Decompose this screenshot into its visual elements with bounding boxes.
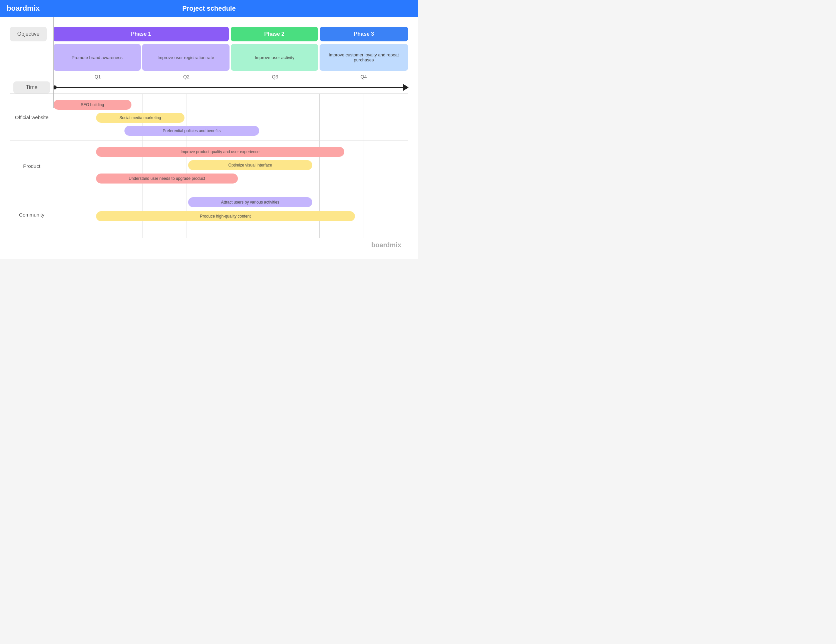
product-label: Product xyxy=(10,141,53,191)
official-website-row: Official website SEO building xyxy=(10,93,408,141)
task-social-media: Social media marketing xyxy=(96,113,185,123)
gantt-container: Objective Phase 1 Phase 2 xyxy=(10,23,408,238)
phase3-bar: Phase 3 xyxy=(320,27,408,41)
phase1-bar: Phase 1 xyxy=(53,27,229,41)
official-website-label: Official website xyxy=(10,94,53,141)
header: boardmix Project schedule xyxy=(0,0,418,17)
task-user-needs: Understand user needs to upgrade product xyxy=(96,173,238,183)
q3-label: Q3 xyxy=(231,73,320,82)
time-label: Time xyxy=(13,82,50,93)
header-logo: boardmix xyxy=(7,4,40,13)
product-row: Product Improve product quality and user… xyxy=(10,141,408,191)
timeline-head xyxy=(403,84,409,91)
official-website-tasks: SEO building Social media marketing Pref… xyxy=(53,94,408,141)
timeline-line xyxy=(53,87,408,88)
main-content: Objective Phase 1 Phase 2 xyxy=(0,17,418,259)
app-container: boardmix Project schedule Objective xyxy=(0,0,418,259)
footer-logo: boardmix xyxy=(10,238,408,252)
phase2-bar: Phase 2 xyxy=(231,27,318,41)
community-tasks: Attract users by various activities Prod… xyxy=(53,191,408,238)
q1-label: Q1 xyxy=(53,73,142,82)
quarters-labels: Q1 Q2 Q3 Q4 xyxy=(53,73,408,82)
task-high-quality-content: Produce high-quality content xyxy=(96,211,355,221)
objective-3: Improve user activity xyxy=(231,44,318,71)
task-improve-quality: Improve product quality and user experie… xyxy=(96,147,344,157)
task-seo-building: SEO building xyxy=(53,100,131,110)
header-title: Project schedule xyxy=(182,5,235,12)
q4-label: Q4 xyxy=(319,73,408,82)
community-row: Community Attract users by various activ… xyxy=(10,191,408,238)
task-attract-users: Attract users by various activities xyxy=(188,197,312,207)
objective-1: Promote brand awareness xyxy=(53,44,141,71)
objective-label: Objective xyxy=(10,27,47,41)
task-preferential: Preferential policies and benefits xyxy=(124,126,259,136)
task-optimize-visual: Optimize visual interface xyxy=(188,160,312,170)
q2-label: Q2 xyxy=(142,73,231,82)
objective-2: Improve user registration rate xyxy=(142,44,230,71)
product-tasks: Improve product quality and user experie… xyxy=(53,141,408,191)
objective-5: Improve customer loyalty and repeat purc… xyxy=(320,44,408,71)
community-label: Community xyxy=(10,191,53,238)
